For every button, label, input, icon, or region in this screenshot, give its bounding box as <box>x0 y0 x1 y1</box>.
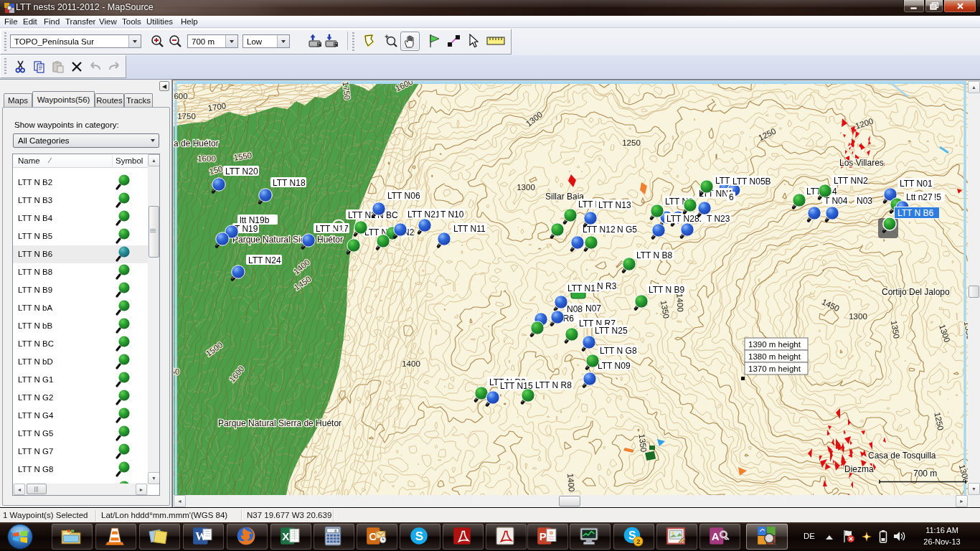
svg-text:Cortijo Del Jalopo: Cortijo Del Jalopo <box>882 287 950 297</box>
svg-text:Parque Natural Sierr: Parque Natural Sierr <box>232 235 311 245</box>
svg-text:LTT NN2: LTT NN2 <box>834 176 868 186</box>
svg-text:a de Huétor: a de Huétor <box>174 138 219 149</box>
svg-text:LTT N25: LTT N25 <box>595 326 628 336</box>
svg-text:N03: N03 <box>857 196 872 206</box>
svg-text:LTT N R8: LTT N R8 <box>535 380 572 390</box>
svg-text:LTT N11: LTT N11 <box>453 224 486 234</box>
svg-text:600: 600 <box>174 92 187 100</box>
svg-text:Casa de Tosquilla: Casa de Tosquilla <box>868 451 936 461</box>
svg-text:1400: 1400 <box>402 359 420 368</box>
svg-text:LTT N24: LTT N24 <box>248 255 281 265</box>
svg-text:1400: 1400 <box>675 293 684 312</box>
svg-text:LTT N13: LTT N13 <box>598 200 631 210</box>
svg-text:1380 m height: 1380 m height <box>748 352 801 361</box>
svg-text:LTT N28.: LTT N28. <box>666 214 702 224</box>
svg-text:Parque Natural Sierra de Huéto: Parque Natural Sierra de Huétor <box>218 418 341 428</box>
svg-text:Diezma: Diezma <box>844 464 874 474</box>
svg-text:LTT N20: LTT N20 <box>225 166 258 176</box>
svg-text:A: A <box>712 530 720 542</box>
svg-text:LTT N21: LTT N21 <box>407 209 440 220</box>
svg-text:2: 2 <box>636 537 640 545</box>
svg-text:1600: 1600 <box>197 154 216 163</box>
svg-text:N R3: N R3 <box>597 281 617 291</box>
svg-text:1750: 1750 <box>177 112 196 121</box>
svg-text:LTT: LTT <box>715 176 730 186</box>
svg-text:N08: N08 <box>567 304 583 314</box>
svg-text:Huétor: Huétor <box>317 235 343 245</box>
svg-text:!5: !5 <box>934 192 941 202</box>
svg-text:LTT N B6: LTT N B6 <box>897 208 934 218</box>
svg-text:50: 50 <box>174 367 179 376</box>
svg-text:1400: 1400 <box>566 473 576 492</box>
svg-text:Los Villares: Los Villares <box>839 158 884 168</box>
svg-text:S: S <box>415 529 423 543</box>
svg-text:LTT N01: LTT N01 <box>900 179 933 189</box>
svg-text:N G5: N G5 <box>617 225 637 235</box>
svg-text:6: 6 <box>729 192 734 202</box>
svg-text:1370 m height: 1370 m height <box>748 364 801 373</box>
svg-text:P: P <box>540 530 547 542</box>
svg-text:T N23: T N23 <box>707 214 730 224</box>
svg-text:T N10: T N10 <box>440 209 464 220</box>
svg-text:LTT N06: LTT N06 <box>387 191 420 201</box>
svg-text:1300: 1300 <box>517 183 535 192</box>
svg-text:LTT N12: LTT N12 <box>583 225 616 235</box>
svg-text:700 m: 700 m <box>913 468 937 479</box>
svg-text:LTT N G8: LTT N G8 <box>600 346 637 356</box>
svg-text:N07: N07 <box>585 303 601 314</box>
svg-text:W: W <box>195 530 207 542</box>
svg-text:8: 8 <box>334 529 336 533</box>
svg-text:LTT N18: LTT N18 <box>273 178 306 188</box>
svg-text:1250: 1250 <box>622 138 641 147</box>
svg-text:1300: 1300 <box>849 312 867 321</box>
svg-text:LTT N B8: LTT N B8 <box>636 250 673 260</box>
svg-text:LTT N05B: LTT N05B <box>732 176 771 187</box>
svg-text:X: X <box>282 530 289 542</box>
svg-text:LTT N B9: LTT N B9 <box>649 285 685 295</box>
svg-text:Ltt n27: Ltt n27 <box>906 192 933 202</box>
svg-text:LTT N09: LTT N09 <box>598 361 631 371</box>
svg-text:1390 m height: 1390 m height <box>748 340 801 349</box>
